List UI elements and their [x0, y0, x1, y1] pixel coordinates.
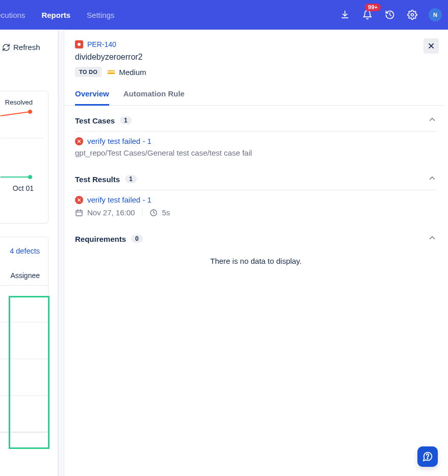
- count-badge: 1: [125, 175, 137, 183]
- section-header-requirements[interactable]: Requirements 0: [75, 226, 437, 249]
- notification-badge: 99+: [365, 4, 381, 11]
- svg-line-1: [1, 112, 30, 116]
- error-status-icon: [75, 137, 83, 145]
- svg-point-5: [28, 175, 32, 179]
- defects-link[interactable]: 4 defects: [10, 247, 40, 255]
- chevron-up-icon: [428, 233, 437, 244]
- tabs-bar: Overview Automation Rule: [64, 89, 444, 106]
- close-button[interactable]: [424, 38, 439, 54]
- download-icon[interactable]: [339, 9, 351, 21]
- chevron-up-icon: [428, 115, 437, 126]
- chevron-up-icon: [428, 173, 437, 185]
- status-badge: TO DO: [75, 67, 102, 77]
- svg-point-0: [411, 14, 414, 16]
- priority-indicator: Medium: [108, 68, 146, 77]
- list-row[interactable]: [0, 395, 48, 432]
- test-result-link[interactable]: verify test failed - 1: [87, 195, 152, 204]
- chart-card-fragment: Resolved Oct 01: [0, 91, 48, 223]
- ticket-title: dividebyzeroerror2: [75, 53, 437, 62]
- detail-panel: PER-140 dividebyzeroerror2 TO DO Medium: [64, 30, 448, 476]
- nav-settings[interactable]: Settings: [79, 0, 122, 30]
- section-header-test-results[interactable]: Test Results 1: [75, 166, 437, 190]
- avatar[interactable]: N: [429, 8, 442, 21]
- nav-reports[interactable]: Reports: [33, 0, 79, 30]
- error-status-icon: [75, 196, 83, 204]
- chat-help-icon: [422, 451, 433, 462]
- empty-state-text: There is no data to display.: [75, 249, 437, 272]
- ticket-id-link[interactable]: PER-140: [87, 40, 116, 48]
- history-icon[interactable]: [384, 9, 396, 21]
- test-result-item: verify test failed - 1 Nov 27, 16:00 5s: [75, 190, 437, 217]
- test-case-path: gpt_repo/Test Cases/General test case/te…: [75, 148, 437, 157]
- top-navbar: Executions Reports Settings 99+ N: [0, 0, 448, 30]
- section-header-test-cases[interactable]: Test Cases 1: [75, 108, 437, 132]
- calendar-icon: [75, 209, 83, 217]
- test-case-item: verify test failed - 1 gpt_repo/Test Cas…: [75, 132, 437, 157]
- list-row[interactable]: [0, 285, 48, 322]
- timestamp-text: Nov 27, 16:00: [87, 208, 135, 217]
- test-case-link[interactable]: verify test failed - 1: [87, 137, 152, 145]
- refresh-icon: [2, 43, 10, 52]
- tab-overview[interactable]: Overview: [75, 89, 109, 106]
- list-row[interactable]: [0, 322, 48, 359]
- svg-point-2: [28, 110, 32, 114]
- help-button[interactable]: [417, 446, 438, 467]
- svg-point-14: [427, 458, 428, 459]
- left-sidebar-fragment: Refresh Resolved Oct 01: [0, 30, 59, 476]
- priority-medium-icon: [108, 70, 115, 74]
- count-badge: 1: [120, 116, 132, 124]
- notifications-icon[interactable]: 99+: [361, 9, 374, 21]
- tab-automation-rule[interactable]: Automation Rule: [123, 89, 185, 106]
- list-row[interactable]: [0, 359, 48, 395]
- group-label: Assignee: [10, 271, 40, 280]
- clock-icon: [150, 209, 158, 217]
- nav-executions[interactable]: Executions: [0, 0, 33, 30]
- count-badge: 0: [131, 235, 143, 243]
- lower-card-fragment: 4 defects Assignee: [0, 237, 48, 433]
- duration-text: 5s: [162, 208, 170, 217]
- svg-rect-12: [76, 210, 82, 216]
- bug-type-icon: [75, 40, 83, 48]
- refresh-button[interactable]: Refresh: [0, 40, 44, 55]
- x-tick-label: Oct 01: [13, 184, 34, 192]
- gear-icon[interactable]: [406, 9, 418, 21]
